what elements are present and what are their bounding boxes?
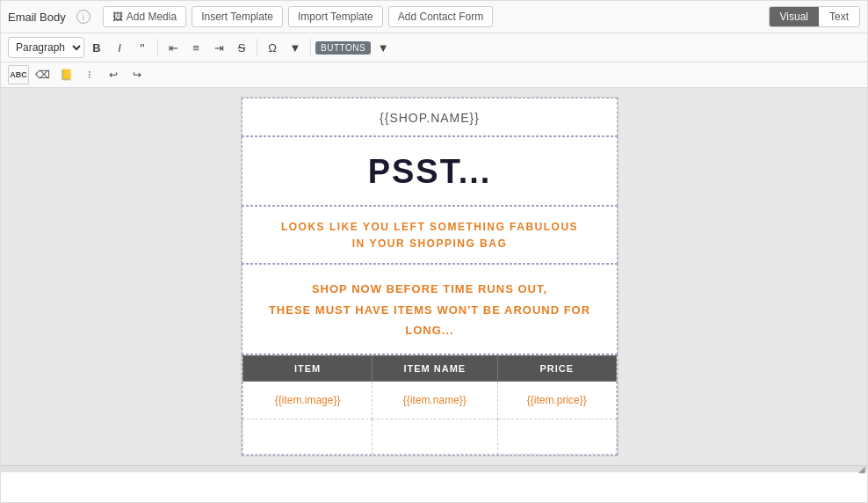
insert-template-button[interactable]: Insert Template <box>192 6 283 27</box>
dropdown-arrow-button[interactable]: ▼ <box>285 37 306 58</box>
item-name-cell: {{item.name}} <box>373 381 497 419</box>
table-header-row: ITEM ITEM NAME PRICE <box>243 355 617 381</box>
subheadline-section: LOOKS LIKE YOU LEFT SOMETHING FABULOUSIN… <box>242 206 618 264</box>
add-media-icon: 🖼 <box>112 11 123 23</box>
items-table: ITEM ITEM NAME PRICE {{item.image}} {{it… <box>242 355 617 455</box>
view-toggle: Visual Text <box>769 6 860 27</box>
canvas-area: {{SHOP.NAME}} PSST... LOOKS LIKE YOU LEF… <box>1 88 867 465</box>
format-toolbar: Paragraph Heading 1 Heading 2 B I " ⇤ ≡ … <box>1 33 867 62</box>
item-name-col-header: ITEM NAME <box>373 355 497 381</box>
table-empty-row <box>243 419 617 454</box>
italic-button[interactable]: I <box>109 37 130 58</box>
resize-handle-bar[interactable]: ◢ <box>1 465 867 472</box>
add-media-button[interactable]: 🖼 Add Media <box>103 6 186 27</box>
buttons-dropdown-button[interactable]: ▼ <box>373 37 394 58</box>
headline-text: PSST... <box>368 153 492 190</box>
price-col-header: PRICE <box>497 355 616 381</box>
text-view-button[interactable]: Text <box>819 7 859 26</box>
cta-text: SHOP NOW BEFORE TIME RUNS OUT,THESE MUST… <box>269 282 590 337</box>
separator-3 <box>310 39 311 56</box>
empty-cell-2 <box>373 419 497 454</box>
shop-name-text: {{SHOP.NAME}} <box>380 111 480 125</box>
abc-button[interactable]: ABC <box>8 65 29 84</box>
headline-section: PSST... <box>242 136 618 206</box>
omega-button[interactable]: Ω <box>262 37 283 58</box>
import-template-button[interactable]: Import Template <box>288 6 383 27</box>
email-template: {{SHOP.NAME}} PSST... LOOKS LIKE YOU LEF… <box>241 97 618 456</box>
format-select[interactable]: Paragraph Heading 1 Heading 2 <box>8 37 84 58</box>
item-col-header: ITEM <box>243 355 373 381</box>
canvas-scroll[interactable]: {{SHOP.NAME}} PSST... LOOKS LIKE YOU LEF… <box>1 88 867 465</box>
align-left-button[interactable]: ⇤ <box>163 37 184 58</box>
undo-button[interactable]: ↩ <box>103 65 124 84</box>
table-data-row: {{item.image}} {{item.name}} {{item.pric… <box>243 381 617 419</box>
redo-button[interactable]: ↪ <box>127 65 148 84</box>
align-right-button[interactable]: ⇥ <box>208 37 229 58</box>
empty-cell-1 <box>243 419 373 454</box>
separator-2 <box>257 39 257 56</box>
subheadline-text: LOOKS LIKE YOU LEFT SOMETHING FABULOUSIN… <box>281 221 578 250</box>
resize-dots-icon: ◢ <box>858 464 865 474</box>
strikethrough-button[interactable]: S <box>231 37 252 58</box>
shop-name-section: {{SHOP.NAME}} <box>242 98 618 136</box>
header-bar: Email Body i 🖼 Add Media Insert Template… <box>1 1 867 33</box>
item-image-cell: {{item.image}} <box>243 381 373 419</box>
bold-button[interactable]: B <box>86 37 107 58</box>
email-body-label: Email Body <box>8 11 66 24</box>
empty-cell-3 <box>497 419 616 454</box>
visual-view-button[interactable]: Visual <box>770 7 819 26</box>
eraser-button[interactable]: ⌫ <box>32 65 53 84</box>
buttons-badge[interactable]: BUTTONS <box>315 41 371 55</box>
items-table-section: ITEM ITEM NAME PRICE {{item.image}} {{it… <box>242 354 618 456</box>
info-icon[interactable]: i <box>76 10 90 24</box>
separator <box>157 39 158 56</box>
add-contact-form-button[interactable]: Add Contact Form <box>388 6 493 27</box>
blockquote-button[interactable]: " <box>132 37 153 58</box>
cta-section: SHOP NOW BEFORE TIME RUNS OUT,THESE MUST… <box>242 264 618 354</box>
align-center-button[interactable]: ≡ <box>185 37 206 58</box>
item-price-cell: {{item.price}} <box>497 381 616 419</box>
format-toolbar-2: ABC ⌫ 📒 ⁝ ↩ ↪ <box>1 62 867 88</box>
ul-list-button[interactable]: ⁝ <box>79 65 100 84</box>
ol-list-button[interactable]: 📒 <box>55 65 76 84</box>
